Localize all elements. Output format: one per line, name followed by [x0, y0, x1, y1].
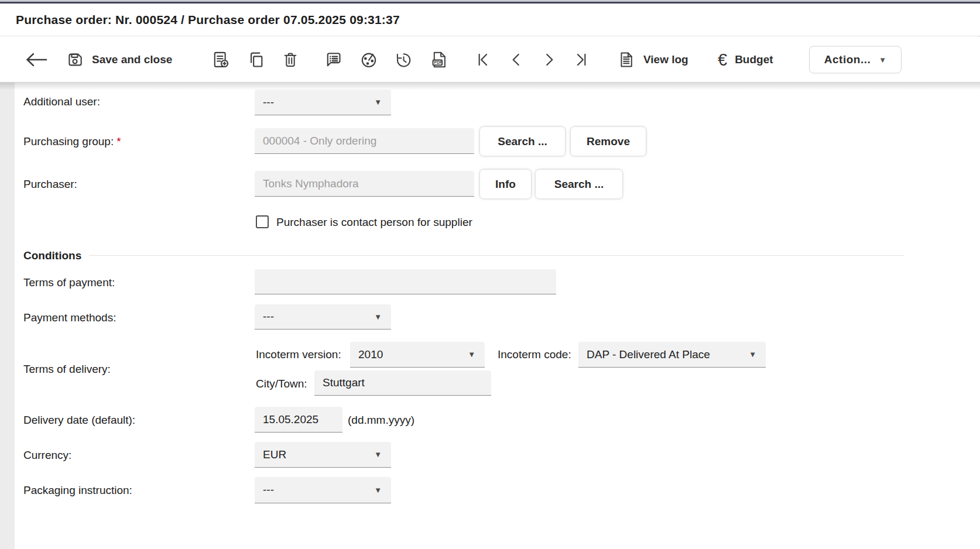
terms-of-payment-input[interactable]: [263, 269, 548, 294]
conditions-section-heading: Conditions: [23, 249, 81, 262]
additional-user-value: ---: [263, 96, 374, 109]
currency-select[interactable]: EUR ▼: [255, 442, 391, 468]
view-log-label: View log: [643, 53, 688, 66]
city-town-field[interactable]: [314, 370, 491, 396]
currency-value: EUR: [263, 448, 374, 461]
chevron-down-icon: ▼: [374, 98, 382, 106]
delete-button[interactable]: [281, 50, 300, 69]
city-town-input[interactable]: [323, 370, 483, 395]
terms-of-payment-label: Terms of payment:: [23, 276, 115, 289]
incoterm-code-select[interactable]: DAP - Delivered At Place ▼: [578, 342, 766, 368]
gauge-button[interactable]: [359, 50, 379, 70]
purchaser-search-button[interactable]: Search ...: [536, 170, 622, 198]
save-icon: [66, 50, 84, 69]
purchasing-group-input[interactable]: [263, 128, 466, 153]
purchasing-group-label-text: Purchasing group:: [23, 135, 114, 147]
payment-methods-label: Payment methods:: [23, 311, 116, 324]
first-page-icon: [473, 50, 492, 69]
incoterm-code-label: Incoterm code:: [498, 348, 571, 361]
chevron-left-icon: [507, 50, 526, 69]
purchasing-group-search-button[interactable]: Search ...: [480, 127, 565, 156]
create-document-icon: [211, 50, 231, 70]
view-log-button[interactable]: View log: [617, 50, 688, 69]
incoterm-code-value: DAP - Delivered At Place: [587, 348, 749, 361]
chevron-down-icon: ▼: [468, 351, 475, 358]
comment-button[interactable]: [324, 50, 344, 70]
previous-record-button[interactable]: [507, 50, 526, 69]
copy-button[interactable]: [247, 50, 266, 69]
delivery-date-label: Delivery date (default):: [23, 414, 135, 427]
budget-label: Budget: [735, 53, 773, 66]
euro-icon: €: [718, 51, 727, 68]
conditions-section-divider: [89, 255, 904, 256]
terms-of-delivery-label: Terms of delivery:: [23, 363, 111, 376]
purchaser-label: Purchaser:: [23, 178, 77, 191]
gauge-icon: [359, 50, 379, 70]
delivery-date-format-hint: (dd.mm.yyyy): [348, 414, 414, 427]
purchasing-group-remove-button[interactable]: Remove: [571, 127, 646, 156]
chevron-down-icon: ▼: [879, 56, 886, 63]
budget-button[interactable]: € Budget: [718, 51, 773, 68]
packaging-instruction-value: ---: [263, 483, 374, 496]
additional-user-select[interactable]: --- ▼: [255, 90, 391, 115]
required-asterisk: *: [116, 135, 121, 147]
chevron-down-icon: ▼: [374, 313, 382, 321]
page-title: Purchase order: Nr. 000524 / Purchase or…: [16, 13, 400, 27]
svg-text:PDF: PDF: [434, 60, 442, 64]
last-page-icon: [573, 50, 591, 69]
terms-of-payment-field[interactable]: [255, 269, 556, 294]
delivery-date-field[interactable]: [255, 407, 342, 433]
payment-methods-select[interactable]: --- ▼: [255, 304, 391, 330]
packaging-instruction-label: Packaging instruction:: [23, 484, 132, 497]
action-label: Action...: [824, 53, 871, 66]
delivery-date-input[interactable]: [263, 407, 334, 432]
delete-icon: [281, 50, 300, 69]
chevron-right-icon: [540, 50, 558, 69]
history-button[interactable]: [394, 50, 413, 69]
history-icon: [394, 50, 413, 69]
last-record-button[interactable]: [573, 50, 591, 69]
incoterm-version-label: Incoterm version:: [256, 348, 341, 361]
comment-icon: [324, 50, 344, 70]
back-arrow-icon: [23, 51, 49, 68]
city-town-label: City/Town:: [256, 378, 307, 390]
action-dropdown-button[interactable]: Action... ▼: [809, 46, 902, 73]
left-gutter: [0, 83, 15, 549]
toolbar: Save and close: [0, 37, 980, 83]
incoterm-version-select[interactable]: 2010 ▼: [350, 342, 485, 368]
title-bar: Purchase order: Nr. 000524 / Purchase or…: [0, 4, 980, 36]
view-log-document-icon: [617, 50, 636, 69]
incoterm-version-value: 2010: [358, 348, 468, 361]
purchaser-field[interactable]: [255, 171, 474, 197]
next-record-button[interactable]: [540, 50, 558, 69]
create-document-button[interactable]: [211, 50, 231, 70]
packaging-instruction-select[interactable]: --- ▼: [255, 477, 391, 503]
first-record-button[interactable]: [473, 50, 492, 69]
purchasing-group-field[interactable]: [255, 128, 474, 154]
currency-label: Currency:: [23, 449, 71, 462]
save-and-close-button[interactable]: Save and close: [66, 50, 172, 69]
purchaser-input[interactable]: [263, 171, 466, 196]
copy-icon: [247, 50, 266, 69]
chevron-down-icon: ▼: [374, 451, 382, 458]
save-and-close-label: Save and close: [92, 53, 172, 66]
pdf-icon: PDF: [429, 50, 449, 70]
payment-methods-value: ---: [263, 310, 374, 323]
additional-user-label: Additional user:: [23, 95, 100, 108]
contact-person-checkbox-label: Purchaser is contact person for supplier: [276, 216, 472, 229]
pdf-export-button[interactable]: PDF: [429, 50, 449, 70]
chevron-down-icon: ▼: [749, 351, 756, 358]
back-button[interactable]: [23, 51, 49, 68]
purchaser-info-button[interactable]: Info: [480, 170, 531, 198]
purchasing-group-label: Purchasing group:*: [23, 135, 121, 148]
chevron-down-icon: ▼: [374, 486, 382, 494]
contact-person-checkbox[interactable]: [256, 215, 269, 228]
